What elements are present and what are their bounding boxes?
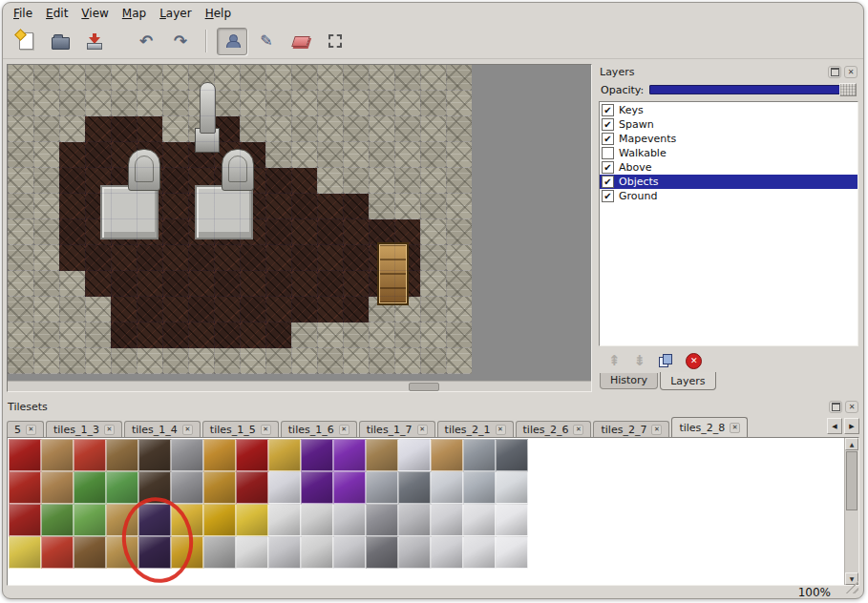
tileset-tile-1-11[interactable] <box>366 471 398 504</box>
wall-tile[interactable] <box>33 142 59 168</box>
tileset-tile-0-14[interactable] <box>463 439 496 471</box>
wall-tile[interactable] <box>317 142 343 168</box>
wall-tile[interactable] <box>369 194 394 219</box>
tileset-tile-3-11[interactable] <box>366 536 398 569</box>
menu-view[interactable]: View <box>74 5 115 22</box>
tileset-tab-tiles_2_8[interactable]: tiles_2_8 <box>671 417 748 437</box>
layer-visibility-checkbox[interactable] <box>602 147 614 159</box>
floor-tile[interactable] <box>240 322 265 348</box>
brush-tool-button[interactable] <box>251 28 282 55</box>
tileset-tile-3-2[interactable] <box>74 536 106 569</box>
floor-tile[interactable] <box>111 322 137 348</box>
tab-close-icon[interactable] <box>339 425 349 435</box>
tileset-tile-2-15[interactable] <box>496 504 528 536</box>
wall-tile[interactable] <box>291 65 317 91</box>
menu-layer[interactable]: Layer <box>153 5 198 22</box>
wall-tile[interactable] <box>394 348 420 374</box>
wall-tile[interactable] <box>162 116 188 142</box>
layer-visibility-checkbox[interactable] <box>602 104 614 116</box>
wall-tile[interactable] <box>446 219 472 245</box>
tileset-vscroll-thumb[interactable] <box>846 451 857 510</box>
floor-tile[interactable] <box>111 297 137 322</box>
floor-tile[interactable] <box>343 194 369 219</box>
map-hscroll-thumb[interactable] <box>409 383 439 391</box>
wall-tile[interactable] <box>240 348 265 374</box>
tileset-tile-0-9[interactable] <box>301 439 333 471</box>
menu-edit[interactable]: Edit <box>39 5 74 22</box>
wall-tile[interactable] <box>33 168 59 194</box>
tab-close-icon[interactable] <box>261 425 271 435</box>
layer-row-keys[interactable]: Keys <box>600 103 857 117</box>
tileset-tile-2-8[interactable] <box>268 504 301 536</box>
gravestone[interactable] <box>128 149 160 191</box>
wall-tile[interactable] <box>59 65 85 91</box>
tab-close-icon[interactable] <box>104 425 115 435</box>
wall-tile[interactable] <box>111 65 137 91</box>
wall-tile[interactable] <box>59 322 85 348</box>
wall-tile[interactable] <box>420 348 446 374</box>
wall-tile[interactable] <box>33 194 59 219</box>
wall-tile[interactable] <box>446 91 472 116</box>
wall-tile[interactable] <box>394 116 420 142</box>
wall-tile[interactable] <box>85 322 111 348</box>
wall-tile[interactable] <box>33 219 59 245</box>
floor-tile[interactable] <box>137 322 162 348</box>
floor-tile[interactable] <box>291 168 317 194</box>
wall-tile[interactable] <box>343 348 369 374</box>
wall-tile[interactable] <box>343 322 369 348</box>
duplicate-layer-button[interactable] <box>659 354 672 367</box>
tab-close-icon[interactable] <box>417 425 428 435</box>
tileset-tile-2-12[interactable] <box>398 504 431 536</box>
menu-help[interactable]: Help <box>199 5 238 22</box>
tileset-tile-1-12[interactable] <box>398 471 431 504</box>
tileset-tab-tiles_2_1[interactable]: tiles_2_1 <box>437 421 514 437</box>
tab-close-icon[interactable] <box>730 423 740 433</box>
floor-tile[interactable] <box>265 219 291 245</box>
wall-tile[interactable] <box>343 168 369 194</box>
wall-tile[interactable] <box>446 322 472 348</box>
tileset-tile-2-11[interactable] <box>366 504 398 536</box>
floor-tile[interactable] <box>265 168 291 194</box>
wall-tile[interactable] <box>265 116 291 142</box>
wall-tile[interactable] <box>59 91 85 116</box>
floor-tile[interactable] <box>291 194 317 219</box>
floor-tile[interactable] <box>265 322 291 348</box>
floor-tile[interactable] <box>59 168 85 194</box>
wall-tile[interactable] <box>59 271 85 297</box>
tileset-tile-3-0[interactable] <box>9 536 41 569</box>
tileset-tile-2-7[interactable] <box>236 504 268 536</box>
floor-tile[interactable] <box>214 297 240 322</box>
wall-tile[interactable] <box>8 271 33 297</box>
wall-tile[interactable] <box>369 322 394 348</box>
wall-tile[interactable] <box>394 322 420 348</box>
floor-tile[interactable] <box>214 245 240 271</box>
floor-tile[interactable] <box>343 271 369 297</box>
tileset-tab-tiles_2_7[interactable]: tiles_2_7 <box>593 421 669 437</box>
tileset-tab-tiles_2_6[interactable]: tiles_2_6 <box>516 421 592 437</box>
wall-tile[interactable] <box>369 91 394 116</box>
wall-tile[interactable] <box>446 142 472 168</box>
wall-tile[interactable] <box>343 142 369 168</box>
save-button[interactable] <box>79 28 110 55</box>
tileset-tile-1-2[interactable] <box>74 471 106 504</box>
tileset-tile-0-8[interactable] <box>268 439 301 471</box>
layer-visibility-checkbox[interactable] <box>602 133 614 145</box>
floor-tile[interactable] <box>59 219 85 245</box>
wall-tile[interactable] <box>317 91 343 116</box>
layer-row-spawn[interactable]: Spawn <box>600 117 857 132</box>
wall-tile[interactable] <box>420 194 446 219</box>
delete-layer-button[interactable] <box>686 353 702 369</box>
wall-tile[interactable] <box>291 91 317 116</box>
wall-tile[interactable] <box>8 348 33 374</box>
wall-tile[interactable] <box>265 91 291 116</box>
floor-tile[interactable] <box>343 297 369 322</box>
tileset-tile-1-3[interactable] <box>106 471 138 504</box>
tileset-tile-0-3[interactable] <box>106 439 138 471</box>
wall-tile[interactable] <box>162 65 188 91</box>
tileset-tab-tiles_1_6[interactable]: tiles_1_6 <box>281 421 357 437</box>
tileset-tile-3-1[interactable] <box>41 536 74 569</box>
layer-row-walkable[interactable]: Walkable <box>600 146 857 160</box>
wall-tile[interactable] <box>188 348 214 374</box>
tileset-tile-3-13[interactable] <box>431 536 463 569</box>
floor-tile[interactable] <box>317 297 343 322</box>
